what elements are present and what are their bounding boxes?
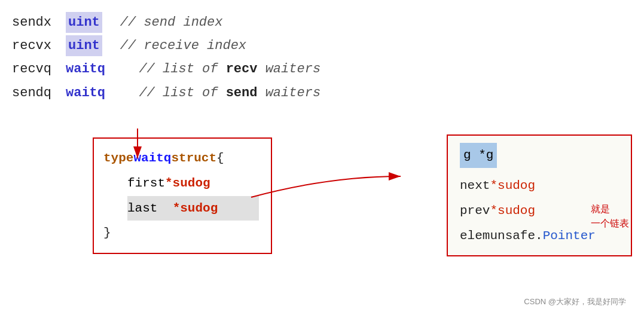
sudog-elem-pointer: Pointer xyxy=(543,224,596,248)
waitq-type-name: waitq xyxy=(133,147,171,170)
waitq-first-field: first *sudog xyxy=(127,171,259,196)
annotation-label: 就是一个链表 xyxy=(591,202,629,231)
waitq-last-name: last xyxy=(127,197,157,220)
field-sendq: sendq xyxy=(12,82,66,103)
waitq-struct-box: type waitq struct { first *sudog last *s… xyxy=(93,137,272,254)
field-recvx: recvx xyxy=(12,35,66,56)
g-name: g xyxy=(463,148,471,162)
field-sendx: sendx xyxy=(12,12,66,33)
waitq-last-ptr: *sudog xyxy=(157,197,218,220)
sudog-prev-name: prev xyxy=(460,199,490,223)
code-line-recvx: recvx uint // receive index xyxy=(12,34,632,57)
comment-sendq: // list of send waiters xyxy=(123,82,321,103)
sudog-elem-type: unsafe. xyxy=(490,224,542,248)
watermark: CSDN @大家好，我是好同学 xyxy=(524,296,626,307)
sudog-prev-ptr: *sudog xyxy=(490,199,535,223)
code-line-sendx: sendx uint // send index xyxy=(12,11,632,34)
open-brace: { xyxy=(216,147,224,170)
type-uint-recvx: uint xyxy=(66,35,102,56)
top-code-block: sendx uint // send index recvx uint // r… xyxy=(12,6,632,109)
type-keyword: type xyxy=(103,147,133,170)
main-container: sendx uint // send index recvx uint // r… xyxy=(0,0,644,312)
code-line-recvq: recvq waitq // list of recv waiters xyxy=(12,57,632,81)
sudog-next-ptr: *sudog xyxy=(490,174,535,198)
type-waitq-sendq: waitq xyxy=(66,82,105,103)
g-field-highlighted: g *g xyxy=(460,143,497,168)
struct-keyword: struct xyxy=(171,147,216,170)
close-brace: } xyxy=(103,222,111,244)
waitq-last-field: last *sudog xyxy=(127,196,259,221)
waitq-first-name: first xyxy=(127,172,165,195)
sudog-next-field: next *sudog xyxy=(460,174,619,198)
sudog-struct-box: g *g next *sudog prev *sudog elem unsafe… xyxy=(447,134,632,256)
waitq-struct-title: type waitq struct { xyxy=(103,146,259,171)
sudog-elem-name: elem xyxy=(460,224,490,248)
sudog-g-field: g *g xyxy=(460,143,619,168)
comment-recvq: // list of recv waiters xyxy=(123,59,321,79)
type-uint-sendx: uint xyxy=(66,12,102,33)
annotation-text: 就是一个链表 xyxy=(591,204,629,228)
g-ptr-type: *g xyxy=(478,148,493,162)
type-waitq-recvq: waitq xyxy=(66,59,105,79)
comment-sendx: // send index xyxy=(120,12,223,33)
waitq-first-ptr: *sudog xyxy=(165,172,210,195)
field-recvq: recvq xyxy=(12,59,66,79)
comment-recvx: // receive index xyxy=(120,35,246,56)
sudog-next-name: next xyxy=(460,174,490,198)
waitq-close-brace: } xyxy=(103,221,259,246)
code-line-sendq: sendq waitq // list of send waiters xyxy=(12,81,632,105)
